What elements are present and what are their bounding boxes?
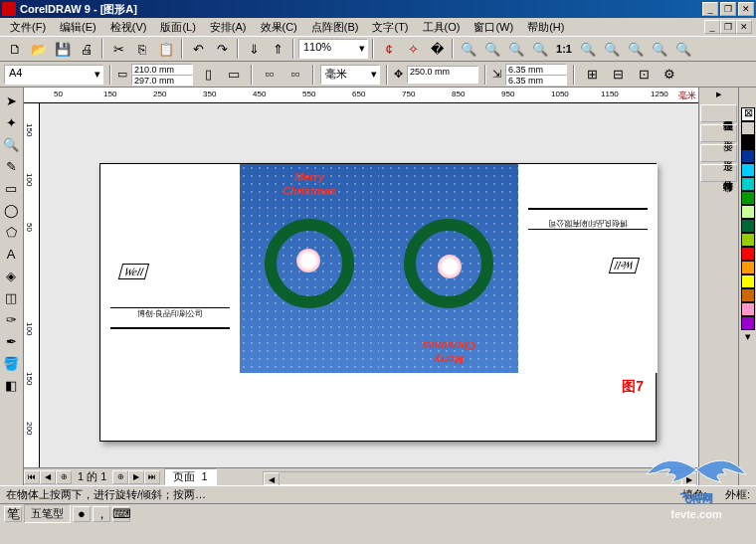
open-button[interactable]: 📂 (28, 38, 50, 60)
snap-guide-button[interactable]: ⊟ (607, 64, 629, 86)
zoom-height-button[interactable]: 🔍 (672, 38, 694, 60)
zoom-out-icon[interactable]: 🔍 (481, 38, 503, 60)
color-swatch[interactable] (741, 121, 755, 135)
color-swatch[interactable] (741, 205, 755, 219)
interactive-fill-tool[interactable]: ◈ (0, 265, 22, 286)
add-after-button[interactable]: ⊕ (112, 470, 128, 484)
color-swatch[interactable] (741, 163, 755, 177)
palette-scroll-down[interactable]: ▾ (739, 330, 756, 343)
canvas[interactable]: Well 博创·良品印刷公司 Merry Christmas (40, 103, 698, 471)
prev-page-button[interactable]: ◀ (40, 470, 56, 484)
export-button[interactable]: ⇑ (267, 38, 288, 60)
text-tool[interactable]: A (0, 243, 22, 265)
menu-bitmap[interactable]: 点阵图(B) (305, 19, 365, 36)
ime-icon[interactable]: 笔 (4, 506, 22, 522)
paste-button[interactable]: 📋 (155, 38, 177, 60)
menu-arrange[interactable]: 安排(A) (204, 19, 253, 36)
dup-x-field[interactable]: 6.35 mm (505, 64, 567, 75)
zoom-11-button[interactable]: 1:1 (553, 38, 575, 60)
dup-y-field[interactable]: 6.35 mm (505, 75, 567, 86)
what-button[interactable]: � (426, 38, 448, 60)
pick-tool[interactable]: ➤ (0, 90, 22, 111)
color-swatch[interactable] (741, 274, 755, 288)
shape-tool[interactable]: ✦ (0, 111, 22, 133)
color-swatch[interactable] (741, 288, 755, 302)
minimize-button[interactable]: _ (702, 2, 718, 16)
docker-transform[interactable]: 变形 (700, 124, 737, 142)
color-swatch[interactable] (741, 233, 755, 247)
menu-text[interactable]: 文字(T) (366, 19, 414, 36)
nudge-field[interactable]: 250.0 mm (407, 66, 478, 84)
snap-grid-button[interactable]: ⊞ (581, 64, 603, 86)
page-width-field[interactable]: 210.0 mm (131, 64, 193, 75)
menu-tools[interactable]: 工具(O) (417, 19, 467, 36)
docker-symbols[interactable]: 符号与特殊字符 (700, 164, 737, 182)
cut-button[interactable]: ✂ (107, 38, 129, 60)
color-swatch[interactable] (741, 261, 755, 274)
docker-shaping[interactable]: 造形 (700, 144, 737, 162)
menu-layout[interactable]: 版面(L) (154, 19, 201, 36)
redo-button[interactable]: ↷ (211, 38, 233, 60)
zoom-page-button[interactable]: 🔍 (625, 38, 647, 60)
ime-name[interactable]: 五笔型 (24, 504, 71, 523)
menu-window[interactable]: 窗口(W) (468, 19, 519, 36)
copy-button[interactable]: ⎘ (131, 38, 153, 60)
zoom-in-icon[interactable]: 🔍 (458, 38, 479, 60)
color-swatch[interactable] (741, 177, 755, 191)
zoom-tool[interactable]: 🔍 (0, 133, 22, 155)
no-color-swatch[interactable]: ⊠ (741, 107, 755, 121)
color-swatch[interactable] (741, 247, 755, 261)
mdi-close-button[interactable]: ✕ (736, 20, 752, 34)
paper-size-combo[interactable]: A4 (4, 65, 103, 85)
restore-button[interactable]: ❐ (720, 2, 736, 16)
print-button[interactable]: 🖨 (76, 38, 97, 60)
color-swatch[interactable] (741, 219, 755, 233)
scroll-right-button[interactable]: ▶ (681, 472, 697, 485)
first-page-button[interactable]: ⏮ (24, 470, 40, 484)
horizontal-scrollbar[interactable]: ◀ ▶ (263, 471, 698, 485)
zoom-100-button[interactable]: 🔍 (529, 38, 551, 60)
interactive-tool[interactable]: ◧ (0, 374, 22, 396)
fill-tool[interactable]: 🪣 (0, 352, 22, 374)
rectangle-tool[interactable]: ▭ (0, 177, 22, 199)
zoom-combo[interactable]: 110% (298, 39, 368, 59)
launch-app-button[interactable]: ¢ (378, 38, 400, 60)
ime-shape-button[interactable]: ● (73, 506, 91, 522)
color-swatch[interactable] (741, 191, 755, 205)
menu-view[interactable]: 检视(V) (104, 19, 153, 36)
menu-file[interactable]: 文件(F) (4, 19, 52, 36)
color-swatch[interactable] (741, 149, 755, 163)
docker-object-manager[interactable]: 物件管理员 (700, 104, 737, 122)
zoom-sel-button[interactable]: 🔍 (577, 38, 599, 60)
ellipse-tool[interactable]: ◯ (0, 199, 22, 221)
snap-obj-button[interactable]: ⊡ (633, 64, 655, 86)
zoom-actual-button[interactable]: 🔍 (505, 38, 527, 60)
options-button[interactable]: ⚙ (659, 64, 680, 86)
menu-edit[interactable]: 编辑(E) (54, 19, 102, 36)
color-swatch[interactable] (741, 135, 755, 149)
ruler-horizontal[interactable]: 50 150 250 350 450 550 650 750 850 950 1… (24, 88, 698, 103)
menu-effects[interactable]: 效果(C) (255, 19, 303, 36)
color-swatch[interactable] (741, 302, 755, 316)
scroll-left-button[interactable]: ◀ (264, 472, 280, 485)
color-swatch[interactable] (741, 316, 755, 330)
undo-button[interactable]: ↶ (187, 38, 209, 60)
next-page-button[interactable]: ▶ (128, 470, 144, 484)
pages-icon[interactable]: ▫▫ (259, 64, 281, 86)
polygon-tool[interactable]: ⬠ (0, 221, 22, 243)
outline-tool[interactable]: ✒ (0, 330, 22, 352)
eyedropper-tool[interactable]: ✑ (0, 308, 22, 330)
last-page-button[interactable]: ⏭ (144, 470, 160, 484)
mdi-minimize-button[interactable]: _ (704, 20, 720, 34)
add-before-button[interactable]: ⊕ (56, 470, 72, 484)
ime-punct-button[interactable]: ， (93, 506, 110, 522)
mdi-restore-button[interactable]: ❐ (720, 20, 736, 34)
ime-softkb-button[interactable]: ⌨ (112, 506, 130, 522)
pages2-icon[interactable]: ▫▫ (284, 64, 306, 86)
corel-online-button[interactable]: ✧ (402, 38, 424, 60)
zoom-width-button[interactable]: 🔍 (649, 38, 670, 60)
menu-help[interactable]: 帮助(H) (521, 19, 570, 36)
save-button[interactable]: 💾 (52, 38, 74, 60)
ruler-vertical[interactable]: 150 100 50 100 150 200 (24, 103, 40, 485)
units-combo[interactable]: 毫米 (320, 65, 380, 85)
